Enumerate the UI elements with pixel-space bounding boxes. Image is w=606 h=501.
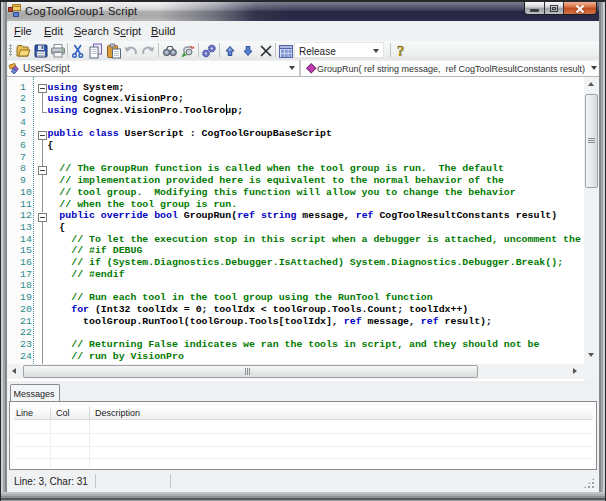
svg-text:?: ? <box>397 43 405 59</box>
